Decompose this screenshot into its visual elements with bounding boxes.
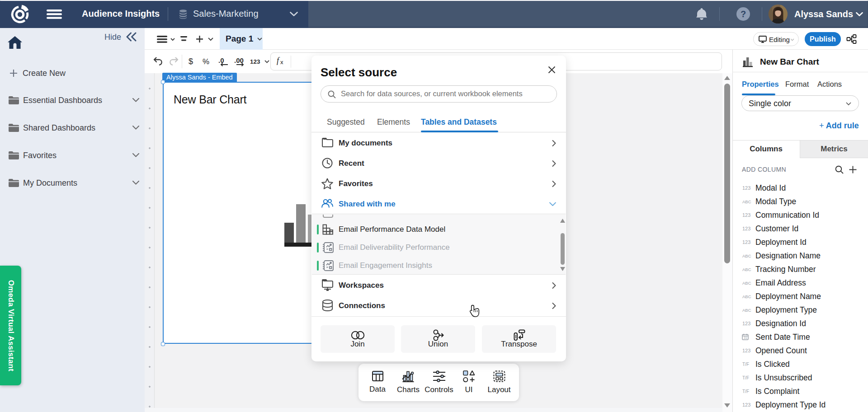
svg-text:.0: .0: [218, 57, 224, 64]
svg-text:31: 31: [744, 336, 747, 339]
